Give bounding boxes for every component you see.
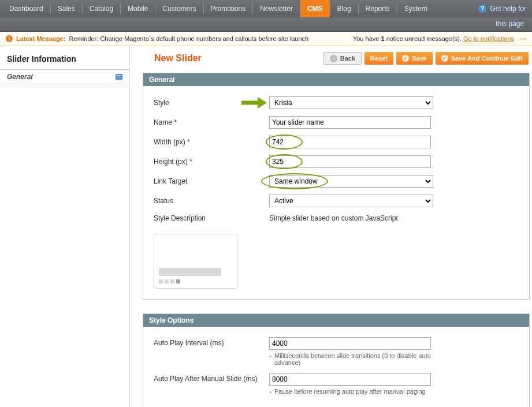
sidebar-tab-general[interactable]: General xyxy=(0,69,129,84)
nav-catalog[interactable]: Catalog xyxy=(83,0,120,17)
panel-general: General Style Krista Name * Width (px) * xyxy=(143,73,530,300)
tab-icon xyxy=(116,74,122,80)
style-preview xyxy=(154,234,237,289)
nav-promotions[interactable]: Promotions xyxy=(204,0,253,17)
panel-styleopts-title: Style Options xyxy=(143,314,529,327)
nav-newsletter[interactable]: Newsletter xyxy=(253,0,300,17)
width-label: Width (px) * xyxy=(154,138,269,146)
linktarget-label: Link Target xyxy=(154,177,269,185)
svg-marker-1 xyxy=(258,97,267,109)
notifications-link[interactable]: Go to notifications xyxy=(463,35,514,42)
back-button[interactable]: ‹Back xyxy=(323,52,362,65)
message-bar: ! Latest Message: Reminder: Change Magen… xyxy=(0,32,532,46)
check-icon: ✓ xyxy=(441,55,448,62)
status-select[interactable]: Active xyxy=(269,195,433,207)
name-input[interactable] xyxy=(269,116,431,129)
styledesc-label: Style Description xyxy=(154,214,269,222)
autoplay-label: Auto Play Interval (ms) xyxy=(154,337,269,347)
sidebar-tab-label: General xyxy=(7,73,33,81)
nav-system[interactable]: System xyxy=(397,0,434,17)
sidebar-title: Slider Information xyxy=(0,54,129,69)
preview-bar xyxy=(159,268,221,276)
save-continue-button[interactable]: ✓Save And Continue Edit xyxy=(436,52,529,65)
styledesc-value: Simple slider based on custom JavaScript xyxy=(269,214,398,222)
nav-mobile[interactable]: Mobile xyxy=(121,0,155,17)
style-select[interactable]: Krista xyxy=(269,96,433,109)
help-icon: ? xyxy=(478,5,486,13)
autoplay-input[interactable] xyxy=(269,337,431,350)
aftermanual-label: Auto Play After Manual Slide (ms) xyxy=(154,373,269,383)
back-icon: ‹ xyxy=(330,55,337,62)
height-label: Height (px) * xyxy=(154,158,269,166)
nav-dashboard[interactable]: Dashboard xyxy=(2,0,50,17)
panel-style-options: Style Options Auto Play Interval (ms) Mi… xyxy=(143,313,530,407)
top-nav: Dashboard Sales Catalog Mobile Customers… xyxy=(0,0,532,17)
notice-text: You have 1 notice unread message(s). Go … xyxy=(353,35,514,42)
save-button[interactable]: ✓Save xyxy=(396,52,433,65)
height-input[interactable] xyxy=(269,155,431,168)
help-text-2: this page xyxy=(0,17,532,32)
collapse-message-icon[interactable]: — xyxy=(520,35,526,42)
nav-sales[interactable]: Sales xyxy=(51,0,82,17)
help-text-1: Get help for xyxy=(490,5,526,13)
latest-message-label: Latest Message: xyxy=(16,35,66,42)
annotation-arrow-icon xyxy=(240,95,267,110)
autoplay-hint: Milliseconds between slide transitions (… xyxy=(269,352,442,366)
reset-button[interactable]: Reset xyxy=(364,52,393,65)
nav-blog[interactable]: Blog xyxy=(330,0,358,17)
warning-icon: ! xyxy=(6,35,13,42)
width-input[interactable] xyxy=(269,136,431,148)
nav-reports[interactable]: Reports xyxy=(359,0,397,17)
name-label: Name * xyxy=(154,118,269,126)
content-area: New Slider ‹Back Reset ✓Save ✓Save And C… xyxy=(130,46,532,407)
nav-customers[interactable]: Customers xyxy=(155,0,203,17)
help-link[interactable]: ? Get help for xyxy=(478,5,532,13)
aftermanual-input[interactable] xyxy=(269,373,431,386)
sidebar: Slider Information General xyxy=(0,46,130,407)
linktarget-select[interactable]: Same window xyxy=(269,175,433,188)
check-icon: ✓ xyxy=(402,55,409,62)
page-title: New Slider xyxy=(143,53,202,64)
latest-message-text: Reminder: Change Magento`s default phone… xyxy=(69,35,309,42)
status-label: Status xyxy=(154,197,269,205)
panel-general-title: General xyxy=(143,73,529,86)
preview-dots xyxy=(159,279,232,283)
aftermanual-hint: Pause before resuming auto play after ma… xyxy=(269,388,442,395)
nav-cms[interactable]: CMS xyxy=(300,0,330,17)
